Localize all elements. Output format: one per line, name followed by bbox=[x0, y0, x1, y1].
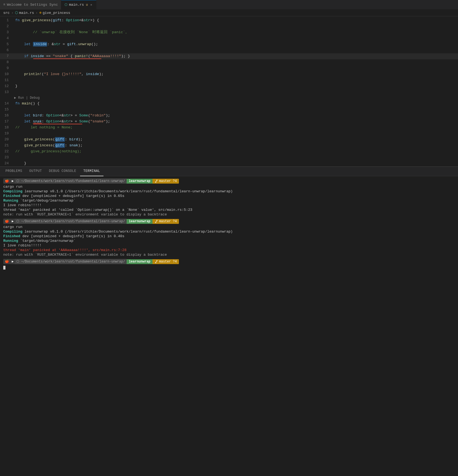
code-line-15: 15 bbox=[0, 107, 458, 113]
terminal-cmd-2-6: thread 'main' panicked at 'AAAaaaaa!!!!'… bbox=[3, 248, 455, 252]
prompt-path-2: ⬡ ~/Documents/work/learn/rust/fundamenta… bbox=[15, 219, 127, 224]
tab-main-rs-label: main.rs bbox=[69, 3, 84, 7]
line-num-12: 12 bbox=[0, 83, 14, 89]
terminal-cmd-2-5: I love robins!!!!! bbox=[3, 243, 455, 248]
line-num-11: 11 bbox=[0, 77, 14, 83]
line-num-2: 2 bbox=[0, 23, 14, 29]
terminal-cmd-1-7: note: run with `RUST_BACKTRACE=1` enviro… bbox=[3, 212, 455, 217]
prompt-dir-1: learnunwrap bbox=[127, 179, 152, 184]
editor-area: 1 fn give_princess(gift: Option<&str>) {… bbox=[0, 16, 458, 166]
tab-close-button[interactable]: ✕ bbox=[90, 2, 93, 7]
line-num-16: 16 bbox=[0, 113, 14, 119]
terminal-cmd-1-4: Running `target/debug/learnunwrap` bbox=[3, 199, 455, 203]
code-line-22: 22 // give_princess(nothing); bbox=[0, 149, 458, 154]
prompt-git-1: master ?4 bbox=[152, 179, 179, 184]
line-content-17: let snak: Option<&str> = Some("snake"); bbox=[14, 119, 458, 125]
line-num-5: 5 bbox=[0, 41, 14, 47]
code-line-8: 8 bbox=[0, 59, 458, 65]
code-line-6: 6 bbox=[0, 47, 458, 53]
line-num-17: 17 bbox=[0, 119, 14, 125]
prompt-path-1: ⬡ ~/Documents/work/learn/rust/fundamenta… bbox=[15, 178, 127, 184]
code-line-18: 18 // let nothing = None; bbox=[0, 125, 458, 131]
code-line-17: 17 let snak: Option<&str> = Some("snake"… bbox=[0, 119, 458, 125]
terminal-cmd-2-7: note: run with `RUST_BACKTRACE=1` enviro… bbox=[3, 253, 455, 257]
line-num-9: 9 bbox=[0, 65, 14, 71]
terminal-cmd-1-2: Compiling learnunwrap v0.1.0 (/Users/rit… bbox=[3, 189, 455, 193]
panel-tabs: PROBLEMS OUTPUT DEBUG CONSOLE TERMINAL bbox=[0, 167, 458, 176]
svg-point-6 bbox=[157, 260, 157, 261]
code-line-5: 5 let inside: &str = gift.unwrap(); bbox=[0, 41, 458, 47]
terminal-cmd-2-3: Finished dev [unoptimized + debuginfo] t… bbox=[3, 234, 455, 238]
code-line-23: 23 bbox=[0, 154, 458, 160]
breadcrumb-file-icon: ⬡ bbox=[15, 11, 18, 15]
svg-point-4 bbox=[155, 222, 156, 223]
code-container: 1 fn give_princess(gift: Option<&str>) {… bbox=[0, 16, 458, 166]
line-content-7: if inside == "snake" { panic!("AAAaaaaa!… bbox=[14, 53, 458, 59]
line-content-4 bbox=[14, 35, 458, 41]
line-num-6: 6 bbox=[0, 47, 14, 53]
line-content-8 bbox=[14, 59, 458, 65]
line-content-14: fn main() { bbox=[14, 101, 458, 107]
svg-point-0 bbox=[157, 180, 157, 180]
prompt-apple-icon-3: 🍎 bbox=[3, 259, 11, 264]
prompt-arrow-2: ▶ bbox=[11, 219, 15, 224]
terminal-cmd-1-5: I love robins!!!!! bbox=[3, 203, 455, 207]
code-line-11: 11 bbox=[0, 77, 458, 83]
terminal-cmd-2-4: Running `target/debug/learnunwrap` bbox=[3, 239, 455, 243]
panel-tab-output[interactable]: OUTPUT bbox=[26, 167, 45, 176]
svg-line-5 bbox=[156, 221, 157, 222]
code-line-1: 1 fn give_princess(gift: Option<&str>) { bbox=[0, 17, 458, 23]
prompt-apple-icon-1: 🍎 bbox=[3, 178, 11, 184]
line-content-19 bbox=[14, 131, 458, 137]
tab-settings-sync-label: Welcome to Settings Sync bbox=[7, 3, 58, 7]
breadcrumb-mainrs[interactable]: ⬡ main.rs bbox=[15, 11, 34, 15]
breadcrumb-src[interactable]: src bbox=[3, 11, 10, 15]
prompt-dir-3: learnunwrap bbox=[127, 259, 152, 264]
panel-tab-debug-console[interactable]: DEBUG CONSOLE bbox=[46, 167, 80, 176]
line-content-6 bbox=[14, 47, 458, 53]
code-line-13: 13 bbox=[0, 89, 458, 95]
line-content-3: // `unwrap` 在接收到 `None` 时将返回 `panic`。 bbox=[14, 29, 458, 35]
code-line-16: 16 let bird: Option<&str> = Some("robin"… bbox=[0, 113, 458, 119]
line-content-24: } bbox=[14, 160, 458, 166]
code-line-3: 3 // `unwrap` 在接收到 `None` 时将返回 `panic`。 bbox=[0, 29, 458, 35]
code-line-2: 2 bbox=[0, 23, 458, 29]
svg-point-3 bbox=[157, 220, 157, 221]
terminal-block-3: 🍎 ▶ ⬡ ~/Documents/work/learn/rust/fundam… bbox=[3, 259, 455, 270]
bottom-panel: PROBLEMS OUTPUT DEBUG CONSOLE TERMINAL 🍎… bbox=[0, 166, 458, 274]
code-line-24: 24 } bbox=[0, 160, 458, 166]
terminal-block-2: 🍎 ▶ ⬡ ~/Documents/work/learn/rust/fundam… bbox=[3, 219, 455, 257]
line-content-20: give_princess(gift: bird); bbox=[14, 137, 458, 143]
codelens-text[interactable]: ▶ Run | Debug bbox=[14, 95, 40, 101]
line-content-12: } bbox=[14, 83, 458, 89]
code-line-19: 19 bbox=[0, 131, 458, 137]
prompt-git-2: master ?4 bbox=[152, 219, 179, 224]
panel-tab-terminal[interactable]: TERMINAL bbox=[80, 167, 103, 176]
terminal-cmd-1-1: cargo run bbox=[3, 185, 455, 189]
breadcrumb: src › ⬡ main.rs › ⊕ give_princess bbox=[0, 10, 458, 16]
line-num-21: 21 bbox=[0, 143, 14, 149]
code-line-20: 20 give_princess(gift: bird); bbox=[0, 137, 458, 143]
line-num-10: 10 bbox=[0, 71, 14, 77]
tab-main-rs[interactable]: ⬡ main.rs U ✕ bbox=[61, 0, 96, 10]
terminal-prompt-1: 🍎 ▶ ⬡ ~/Documents/work/learn/rust/fundam… bbox=[3, 178, 455, 184]
line-num-7: 7 bbox=[0, 53, 14, 59]
tab-settings-sync[interactable]: ≡ Welcome to Settings Sync bbox=[0, 0, 61, 10]
line-num-18: 18 bbox=[0, 125, 14, 131]
prompt-git-3: master ?4 bbox=[152, 259, 179, 264]
svg-line-8 bbox=[156, 261, 157, 262]
prompt-arrow-3: ▶ bbox=[11, 259, 15, 264]
breadcrumb-function[interactable]: ⊕ give_princess bbox=[39, 11, 70, 15]
terminal-cursor[interactable] bbox=[3, 266, 5, 270]
codelens-run-debug[interactable]: ▶ Run | Debug bbox=[0, 95, 458, 101]
line-content-23 bbox=[14, 154, 458, 160]
line-num-4: 4 bbox=[0, 35, 14, 41]
terminal-block-1: 🍎 ▶ ⬡ ~/Documents/work/learn/rust/fundam… bbox=[3, 178, 455, 217]
prompt-apple-icon-2: 🍎 bbox=[3, 219, 11, 224]
svg-point-1 bbox=[155, 182, 156, 183]
line-content-2 bbox=[14, 23, 458, 29]
terminal-cmd-2-2: Compiling learnunwrap v0.1.0 (/Users/rit… bbox=[3, 230, 455, 234]
code-line-14: 14 fn main() { bbox=[0, 101, 458, 107]
panel-tab-problems[interactable]: PROBLEMS bbox=[2, 167, 26, 176]
line-num-8: 8 bbox=[0, 59, 14, 65]
